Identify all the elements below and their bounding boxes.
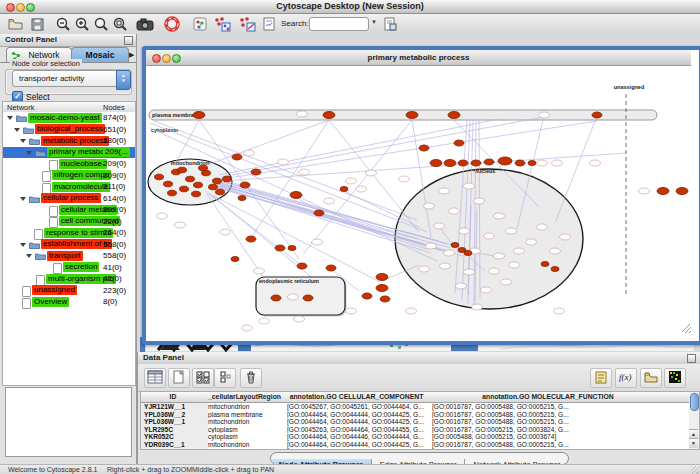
tree-row-multi-organism-pro[interactable]: multi-organism pro42(0): [3, 273, 135, 285]
tree-row-metabolic-process[interactable]: metabolic process280(0): [3, 135, 135, 147]
window-titlebar[interactable]: Cytoscape Desktop (New Session): [0, 0, 700, 14]
more-tabs-icon[interactable]: ▶: [129, 51, 134, 59]
table-column-header[interactable]: annotation.GO MOLECULAR_FUNCTION: [429, 392, 668, 403]
minimize-window-icon[interactable]: [16, 3, 25, 12]
node-color-dropdown[interactable]: transporter activity ▲▼: [12, 70, 131, 87]
network-canvas[interactable]: plasma membranecytoplasmnucleusmitochond…: [146, 66, 691, 333]
expand-arrow-icon[interactable]: [26, 151, 32, 155]
table-cell[interactable]: YLR295C: [141, 426, 208, 434]
snapshot-icon[interactable]: [136, 16, 153, 32]
tree-row-cellular-process[interactable]: cellular process614(0): [3, 193, 135, 205]
table-cell[interactable]: YKR052C: [141, 433, 208, 441]
tree-row-overview[interactable]: Overview8(0): [3, 296, 135, 308]
close-view-icon[interactable]: [152, 54, 161, 63]
table-column-header[interactable]: _cellularLayoutRegion: [205, 392, 285, 403]
table-cell[interactable]: cytoplasm: [205, 433, 287, 441]
tree-row-unassigned[interactable]: unassigned223(0): [3, 285, 135, 297]
zoom-out-icon[interactable]: [55, 16, 72, 32]
select-first-neighbors-icon[interactable]: [213, 16, 230, 32]
table-cell[interactable]: [GO:0016787, GO:0005488, GO:0005215, G..…: [429, 403, 670, 411]
zoom-selected-icon[interactable]: [112, 16, 129, 32]
table-column-header[interactable]: annotation.GO CELLULAR_COMPONENT: [284, 392, 430, 403]
gene-node: [498, 157, 512, 165]
table-cell[interactable]: [GO:0045267, GO:0045261, GO:0044464, G..…: [284, 403, 432, 411]
table-scrollbar[interactable]: ▲ ▼: [689, 391, 700, 450]
tree-row-transport[interactable]: transport558(0): [3, 250, 135, 262]
function-builder-icon[interactable]: f(x): [615, 368, 637, 388]
close-window-icon[interactable]: [6, 3, 15, 12]
unselect-attributes-icon[interactable]: [214, 368, 236, 388]
float-data-panel-icon[interactable]: [687, 354, 696, 363]
matrix-icon[interactable]: [664, 368, 686, 388]
table-cell[interactable]: mitochondrion: [205, 441, 287, 449]
table-cell[interactable]: YPL036W__1: [141, 418, 208, 426]
tree-row-macromolecule[interactable]: macromolecule311(0): [3, 181, 135, 193]
tree-row-mosaic-demo-yeast[interactable]: mosaic-demo-yeast874(0): [3, 112, 135, 124]
expand-arrow-icon[interactable]: [14, 128, 20, 132]
status-bar: Welcome to Cytoscape 2.8.1Right-click + …: [0, 464, 700, 474]
tree-row-nitrogen-compo[interactable]: nitrogen compo209(0): [3, 170, 135, 182]
vizmapper-icon[interactable]: [192, 16, 209, 32]
table-cell[interactable]: plasma membrane: [205, 411, 287, 419]
tree-row-nucleobase-[interactable]: nucleobase-209(0): [3, 158, 135, 170]
new-attribute-icon[interactable]: [168, 368, 190, 388]
tree-row-cell-communicat[interactable]: cell communicat22(0): [3, 216, 135, 228]
tree-row-primary-metabo[interactable]: primary metabo209(...: [3, 147, 135, 159]
delete-attribute-icon[interactable]: [240, 368, 262, 388]
table-cell[interactable]: [GO:0045263, GO:0044464, GO:0044455, G..…: [284, 426, 432, 434]
resize-grip-icon[interactable]: [691, 466, 699, 474]
annotation-icon[interactable]: [261, 16, 278, 32]
table-cell[interactable]: mitochondrion: [205, 403, 287, 411]
birds-eye-view[interactable]: [5, 387, 132, 457]
expand-arrow-icon[interactable]: [26, 254, 32, 258]
table-cell[interactable]: YDR039C__1: [141, 441, 208, 449]
table-cell[interactable]: [GO:0016787, GO:0005488, GO:0005215, G..…: [429, 441, 670, 449]
expand-arrow-icon[interactable]: [20, 139, 26, 143]
table-column-header[interactable]: ID: [141, 392, 206, 403]
table-cell[interactable]: [GO:0044464, GO:0044444, GO:0044425, G..…: [284, 418, 432, 426]
expand-arrow-icon[interactable]: [20, 243, 26, 247]
tree-row-response-to-stimul[interactable]: response to stimul264(0): [3, 227, 135, 239]
select-attributes-icon[interactable]: [192, 368, 214, 388]
search-dropdown-icon[interactable]: ▼: [371, 19, 377, 25]
expand-arrow-icon[interactable]: [20, 197, 26, 201]
table-cell[interactable]: cytoplasm: [205, 426, 287, 434]
gene-node: [180, 186, 189, 192]
float-panel-icon[interactable]: [124, 36, 133, 45]
dropdown-stepper-icon[interactable]: ▲▼: [116, 70, 131, 90]
notepad-icon[interactable]: [590, 368, 612, 388]
tree-row-biological-process[interactable]: biological_process651(0): [3, 124, 135, 136]
zoom-window-icon[interactable]: [26, 3, 35, 12]
attribute-table[interactable]: ID_cellularLayoutRegionannotation.GO CEL…: [140, 391, 691, 450]
expand-arrow-icon[interactable]: [7, 116, 13, 120]
tree-row-establishment-of-lo[interactable]: establishment of lo558(0): [3, 239, 135, 251]
table-cell[interactable]: [GO:0044464, GO:0044444, GO:0044425, G..…: [284, 441, 432, 449]
search-input[interactable]: [309, 17, 369, 31]
search-config-icon[interactable]: [382, 16, 399, 32]
table-cell[interactable]: [GO:0016787, GO:0005488, GO:0005215, G..…: [429, 411, 670, 419]
scroll-down-icon[interactable]: ▼: [689, 438, 698, 448]
open-session-icon[interactable]: [7, 16, 24, 32]
help-icon[interactable]: [164, 16, 181, 32]
scrollbar-thumb[interactable]: [690, 393, 699, 411]
table-cell[interactable]: [GO:0044464, GO:0044446, GO:0044444, G..…: [284, 433, 432, 441]
network-view-titlebar[interactable]: primary metabolic process: [146, 50, 691, 66]
table-cell[interactable]: [GO:0044464, GO:0044444, GO:0044425, G..…: [284, 411, 432, 419]
zoom-fit-icon[interactable]: [93, 16, 110, 32]
table-cell[interactable]: YJR121W__1: [141, 403, 208, 411]
import-attributes-icon[interactable]: [640, 368, 662, 388]
table-cell[interactable]: [GO:0005488, GO:0005215, GO:0003674]: [429, 433, 670, 441]
network-view-frame[interactable]: primary metabolic process plasma membran…: [142, 46, 700, 345]
tree-row-secretion[interactable]: secretion41(0): [3, 262, 135, 274]
table-cell[interactable]: [GO:0016787, GO:0005215, GO:0003824, G..…: [429, 426, 670, 434]
select-edges-icon[interactable]: [238, 16, 255, 32]
table-cell[interactable]: mitochondrion: [205, 418, 287, 426]
table-mode-icon[interactable]: [144, 368, 166, 388]
save-session-icon[interactable]: [29, 16, 46, 32]
table-cell[interactable]: [GO:0016787, GO:0005488, GO:0005215, G..…: [429, 418, 670, 426]
zoom-in-icon[interactable]: [74, 16, 91, 32]
tree-row-cellular-metabo[interactable]: cellular metabo209(0): [3, 204, 135, 216]
minimize-view-icon[interactable]: [162, 54, 171, 63]
zoom-view-icon[interactable]: [172, 54, 181, 63]
table-cell[interactable]: YPL036W__2: [141, 411, 208, 419]
